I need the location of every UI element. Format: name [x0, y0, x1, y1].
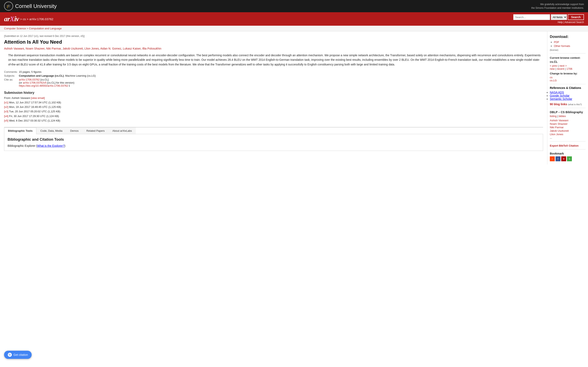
author-shazeer[interactable]: Noam Shazeer	[26, 47, 45, 50]
export-bibtex-link[interactable]: Export BibTeX Citation	[550, 144, 579, 147]
doi-link[interactable]: https://doi.org/10.48550/arXiv.1706.0376…	[19, 84, 68, 87]
dblp-author-uszkoreit[interactable]: Jakob Uszkoreit	[550, 129, 569, 132]
support-text: We gratefully acknowledge support from t…	[531, 2, 584, 10]
advanced-search-link[interactable]: Advanced Search	[564, 21, 584, 24]
dblp-listing-link[interactable]: listing	[550, 115, 557, 118]
next-link[interactable]: next >	[559, 64, 567, 67]
search-row: All fields Search	[513, 14, 584, 20]
tab-bibliographic-tools[interactable]: Bibliographic Tools	[4, 127, 36, 134]
doi-info-icon: ℹ	[69, 84, 70, 87]
dblp-author-jones[interactable]: Llion Jones	[550, 133, 563, 136]
browse-nav: < prev | next > new | recent | 1706	[550, 64, 586, 70]
subjects-value: Computation and Language (cs.CL); Machin…	[19, 74, 97, 78]
prev-link[interactable]: < prev	[550, 64, 557, 67]
help-link[interactable]: Help	[558, 21, 563, 24]
new-link[interactable]: new	[550, 67, 555, 70]
other-formats-link[interactable]: Other formats	[554, 44, 570, 48]
subject-breadcrumb: Computer Science > Computation and Langu…	[0, 26, 588, 31]
blog-links[interactable]: 90 blog links	[550, 103, 567, 106]
tabs-row: Bibliographic Tools Code, Data, Media De…	[4, 127, 543, 134]
main-layout: [Submitted on 12 Jun 2017 (v1), last rev…	[0, 31, 588, 165]
abstract-text: The dominant sequence transduction model…	[4, 53, 543, 67]
tab-content: Bibliographic and Citation Tools Bibliog…	[4, 134, 543, 151]
change-browse-title: Change to browse by:	[550, 72, 586, 75]
arxiv-header: arXiv > cs > arXiv:1706.03762 All fields…	[0, 12, 588, 26]
version-v1: [v1] Mon, 12 Jun 2017 17:57:34 UTC (1,10…	[4, 100, 543, 105]
arxiv-logo: arXiv	[4, 15, 19, 23]
tabs-area: Bibliographic Tools Code, Data, Media De…	[4, 127, 543, 151]
search-field-select[interactable]: All fields	[551, 14, 567, 20]
dblp-bibtex-link[interactable]: bibtex	[559, 115, 566, 118]
submission-date: [Submitted on 12 Jun 2017 (v1), last rev…	[4, 35, 543, 38]
version-v2: [v2] Mon, 19 Jun 2017 16:49:45 UTC (1,12…	[4, 105, 543, 109]
bib-explorer-row: Bibliographic Explorer (What is the Expl…	[8, 144, 540, 147]
license-text: (license)	[550, 49, 586, 51]
author-polosukhin[interactable]: Illia Polosukhin	[142, 47, 161, 50]
comments-value: 15 pages, 5 figures	[19, 70, 97, 74]
browse-cs-lg-link[interactable]: cs.LG	[550, 79, 586, 82]
sidebar-browse: Current browse context: cs.CL < prev | n…	[550, 56, 586, 70]
browse-context-value: cs.CL	[550, 60, 586, 63]
metadata-comments: Comments: 15 pages, 5 figures	[4, 70, 97, 74]
sidebar-blog: 90 blog links (what is this?)	[550, 103, 586, 106]
cornell-seal-icon: 🎓	[4, 2, 13, 11]
metadata-table: Comments: 15 pages, 5 figures Subjects: …	[4, 70, 97, 88]
bookmark-icons: r f M S	[550, 156, 586, 161]
sidebar-download: Download: PDF Other formats (license)	[550, 35, 586, 51]
version-v4: [v4] Fri, 30 Jun 2017 17:29:30 UTC (1,12…	[4, 114, 543, 118]
nasa-ads-link[interactable]: NASA ADS	[550, 91, 564, 94]
sidebar-bookmark: Bookmark r f M S	[550, 152, 586, 161]
author-jones[interactable]: Llion Jones	[84, 47, 99, 50]
bib-explorer-link[interactable]: What is the Explorer?	[37, 144, 65, 147]
cite-arxiv-link[interactable]: arXiv:1706.03762	[19, 78, 40, 81]
tab-about-arxivlabs[interactable]: About arXivLabs	[109, 127, 136, 134]
breadcrumb-path: > cs > arXiv:1706.03762	[20, 17, 53, 21]
cite-v5-link[interactable]: arXiv:1706.03762v5	[23, 81, 47, 84]
search-button[interactable]: Search	[568, 14, 584, 20]
version-v5: [v5] Wed, 6 Dec 2017 03:30:32 UTC (1,124…	[4, 118, 543, 123]
subject-breadcrumb-link[interactable]: Computer Science > Computation and Langu…	[4, 27, 62, 30]
sidebar: Download: PDF Other formats (license) Cu…	[547, 31, 588, 165]
author-uszkoreit[interactable]: Jakob Uszkoreit	[62, 47, 83, 50]
search-links: Help | Advanced Search	[558, 21, 584, 24]
bookmark-reddit-icon[interactable]: r	[550, 156, 555, 161]
browse-cs-link[interactable]: cs	[550, 76, 586, 79]
authors-list: Ashish Vaswani, Noam Shazeer, Niki Parma…	[4, 47, 543, 50]
refs-citations-title: References & Citations	[550, 86, 586, 90]
bookmark-facebook-icon[interactable]: f	[555, 156, 561, 161]
paper-title: Attention Is All You Need	[4, 39, 543, 45]
bookmark-mendeley-icon[interactable]: M	[561, 156, 566, 161]
metadata-subjects: Subjects: Computation and Language (cs.C…	[4, 74, 97, 78]
version-link[interactable]: 1706	[566, 67, 572, 70]
tab-related-papers[interactable]: Related Papers	[82, 127, 109, 134]
author-parmar[interactable]: Niki Parmar	[46, 47, 61, 50]
author-vaswani[interactable]: Ashish Vaswani	[4, 47, 24, 50]
search-input[interactable]	[513, 14, 550, 20]
download-title: Download:	[550, 35, 586, 39]
bib-explorer-label: Bibliographic Explorer	[8, 144, 35, 147]
dblp-author-parmar[interactable]: Niki Parmar	[550, 126, 564, 129]
google-scholar-link[interactable]: Google Scholar	[550, 94, 570, 97]
bookmark-title: Bookmark	[550, 152, 586, 155]
tab-demos[interactable]: Demos	[66, 127, 82, 134]
author-gomez[interactable]: Aidan N. Gomez	[100, 47, 121, 50]
arxiv-logo-nav: arXiv > cs > arXiv:1706.03762	[4, 15, 53, 23]
author-kaiser[interactable]: Lukasz Kaiser	[123, 47, 141, 50]
dblp-author-vaswani[interactable]: Ashish Vaswani	[550, 119, 568, 122]
blog-what-is: (what is this?)	[568, 103, 582, 106]
pdf-link[interactable]: PDF	[554, 41, 559, 44]
recent-link[interactable]: recent	[557, 67, 564, 70]
submission-history: Submission history From: Ashish Vaswani …	[4, 91, 543, 123]
top-bar: 🎓 Cornell University We gratefully ackno…	[0, 0, 588, 12]
arxiv-logo-x: X	[10, 15, 14, 23]
semantic-scholar-link[interactable]: Semantic Scholar	[550, 97, 572, 100]
dblp-author-shazeer[interactable]: Noam Shazeer	[550, 122, 568, 125]
view-email-link[interactable]: [view email]	[31, 96, 45, 100]
bookmark-sciencewise-icon[interactable]: S	[567, 156, 572, 161]
dblp-links: listing | bibtex	[550, 115, 586, 118]
sidebar-dblp: DBLP – CS Bibliography listing | bibtex …	[550, 110, 586, 139]
search-area: All fields Search Help | Advanced Search	[513, 14, 584, 24]
arxiv-logo-text: ar	[4, 15, 10, 23]
cornell-logo: 🎓 Cornell University	[4, 2, 57, 11]
tab-code-data-media[interactable]: Code, Data, Media	[36, 127, 66, 134]
